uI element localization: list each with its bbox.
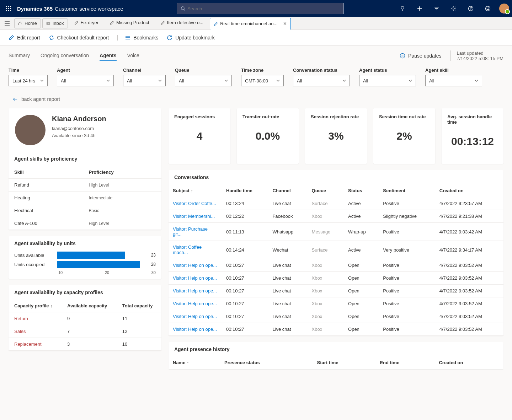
filter-label: Time zone xyxy=(241,68,284,73)
conversation-link[interactable]: Visitor: Order Coffe... xyxy=(169,197,222,210)
col-handle-time[interactable]: Handle time xyxy=(222,184,268,197)
conversation-link[interactable]: Visitor: Coffee mach... xyxy=(169,241,222,259)
session-tab[interactable]: Item defective o... xyxy=(156,18,209,28)
col-subject[interactable]: Subject↑ xyxy=(169,184,222,197)
col-status[interactable]: Status xyxy=(344,184,379,197)
filter-queue[interactable]: All xyxy=(175,75,232,86)
conversation-link[interactable]: Visitor: Help on ope... xyxy=(169,297,222,310)
filter-agent[interactable]: All xyxy=(57,75,114,86)
add-icon[interactable] xyxy=(412,1,427,16)
filter-agent-status[interactable]: All xyxy=(359,75,416,86)
svg-point-11 xyxy=(401,6,404,9)
checkout-default-button[interactable]: Checkout default report xyxy=(49,35,109,41)
user-avatar[interactable] xyxy=(499,4,509,14)
conversation-link[interactable]: Visitor: Help on ope... xyxy=(169,272,222,285)
view-tab-summary[interactable]: Summary xyxy=(9,50,30,61)
col-queue[interactable]: Queue xyxy=(308,184,344,197)
col-capacity-profile[interactable]: Capacity profile↑ xyxy=(9,300,62,312)
filter-channel[interactable]: All xyxy=(123,75,166,86)
conversation-link[interactable]: Visitor: Purchase gif... xyxy=(169,223,222,241)
filter-label: Agent skill xyxy=(425,68,482,73)
view-tab-agents[interactable]: Agents xyxy=(100,50,116,61)
session-tab[interactable]: Real time omnichannel an...✕ xyxy=(210,18,291,30)
capacity-profile-link[interactable]: Replacement xyxy=(9,338,62,351)
kpi-card: Session rejection rate3% xyxy=(305,108,367,164)
filter-label: Agent xyxy=(57,68,114,73)
tab-home[interactable]: Home xyxy=(14,18,41,28)
lightbulb-icon[interactable] xyxy=(395,1,410,16)
conversation-link[interactable]: Visitor: Help on ope... xyxy=(169,310,222,323)
capacity-profile-link[interactable]: Sales xyxy=(9,325,62,338)
bookmarks-button[interactable]: Bookmarks xyxy=(117,35,158,41)
filter-label: Conversation status xyxy=(293,68,350,73)
filter-agent-skill[interactable]: All xyxy=(425,75,482,86)
col-available-capacity[interactable]: Available capacity xyxy=(62,300,117,312)
pencil-icon xyxy=(214,22,218,26)
filter-icon[interactable] xyxy=(429,1,444,16)
table-row: Visitor: Help on ope... 00:10:27 Live ch… xyxy=(169,272,503,285)
svg-point-7 xyxy=(8,10,9,11)
col-total-capacity[interactable]: Total capacity xyxy=(117,300,161,312)
chevron-down-icon xyxy=(342,79,346,82)
settings-icon[interactable] xyxy=(446,1,462,16)
filter-time-zone[interactable]: GMT-08:00 xyxy=(241,75,284,86)
table-row: Visitor: Purchase gif... 00:11:13 Whatsa… xyxy=(169,223,503,241)
col-start-time[interactable]: Start time xyxy=(313,356,376,369)
global-search[interactable] xyxy=(177,3,344,14)
back-agent-report[interactable]: back agent report xyxy=(13,96,60,102)
close-icon[interactable]: ✕ xyxy=(283,21,287,26)
svg-line-10 xyxy=(184,10,185,11)
filter-time[interactable]: Last 24 hrs xyxy=(9,75,48,86)
col-created-on[interactable]: Created on xyxy=(435,184,503,197)
svg-point-0 xyxy=(6,6,7,7)
agent-availability: Available since 3d 4h xyxy=(52,132,106,139)
table-row: Visitor: Help on ope... 00:10:27 Live ch… xyxy=(169,259,503,272)
svg-point-2 xyxy=(10,6,11,7)
table-row: HeatingIntermediate xyxy=(9,192,161,204)
filter-label: Queue xyxy=(175,68,232,73)
conversation-link[interactable]: Visitor: Membershi... xyxy=(169,210,222,223)
col-proficiency[interactable]: Proficiency xyxy=(83,166,161,179)
pause-updates-button[interactable]: Pause updates xyxy=(400,53,441,59)
col-created-on[interactable]: Created on xyxy=(434,356,503,369)
feedback-icon[interactable] xyxy=(480,1,496,16)
filter-conversation-status[interactable]: All xyxy=(293,75,350,86)
pause-icon xyxy=(400,53,405,59)
svg-point-9 xyxy=(181,7,184,10)
app-launcher-icon[interactable] xyxy=(3,3,14,14)
session-tab[interactable]: Missing Product xyxy=(105,18,154,28)
search-input[interactable] xyxy=(187,6,340,11)
col-end-time[interactable]: End time xyxy=(375,356,434,369)
edit-report-button[interactable]: Edit report xyxy=(9,35,40,41)
filter-label: Channel xyxy=(123,68,166,73)
chevron-down-icon xyxy=(409,79,412,82)
table-row: Sales712 xyxy=(9,325,161,338)
availability-units-card: Agent availability by units Units availa… xyxy=(9,236,161,279)
update-bookmark-button[interactable]: Update bookmark xyxy=(167,35,215,41)
conversation-link[interactable]: Visitor: Help on ope... xyxy=(169,285,222,297)
agent-email: kiana@contoso.com xyxy=(52,125,106,132)
help-icon[interactable] xyxy=(463,1,479,16)
col-presence-status[interactable]: Presence status xyxy=(220,356,313,369)
sort-ascending-icon: ↑ xyxy=(50,304,53,308)
hamburger-icon[interactable] xyxy=(2,18,12,28)
agent-card: Kiana Anderson kiana@contoso.com Availab… xyxy=(9,108,161,230)
tab-inbox[interactable]: Inbox xyxy=(42,18,68,28)
chevron-down-icon xyxy=(106,79,110,82)
col-name[interactable]: Name↑ xyxy=(169,356,220,369)
top-actions xyxy=(395,1,509,16)
view-tab-ongoing-conversation[interactable]: Ongoing conversation xyxy=(41,50,89,61)
view-tabs: SummaryOngoing conversationAgentsVoice xyxy=(9,50,139,61)
conversation-link[interactable]: Visitor: Help on ope... xyxy=(169,323,222,336)
table-row: Visitor: Order Coffe... 00:13:24 Live ch… xyxy=(169,197,503,210)
svg-point-32 xyxy=(400,54,405,58)
col-channel[interactable]: Channel xyxy=(268,184,307,197)
home-icon xyxy=(18,21,22,26)
capacity-profile-link[interactable]: Return xyxy=(9,312,62,325)
bookmark-list-icon xyxy=(125,35,130,41)
col-skill[interactable]: Skill↑ xyxy=(9,166,83,179)
col-sentiment[interactable]: Sentiment xyxy=(379,184,435,197)
view-tab-voice[interactable]: Voice xyxy=(127,50,139,61)
conversation-link[interactable]: Visitor: Help on ope... xyxy=(169,259,222,272)
session-tab[interactable]: Fix dryer xyxy=(69,18,104,28)
